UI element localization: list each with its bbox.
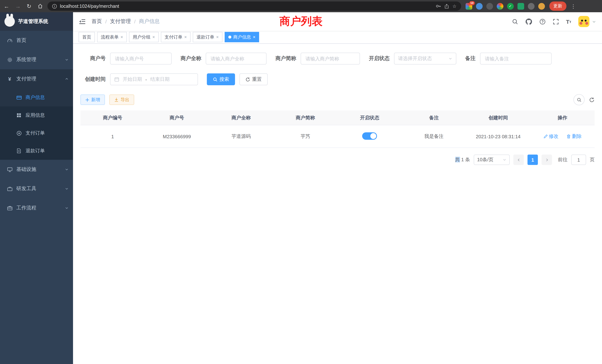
close-icon[interactable]: × bbox=[253, 35, 255, 39]
sidebar-item-label: 系统管理 bbox=[16, 56, 36, 63]
goto-page-input[interactable] bbox=[571, 155, 586, 165]
status-select[interactable]: 请选择开启状态 bbox=[394, 53, 456, 64]
search-button[interactable]: 搜索 bbox=[207, 73, 235, 85]
tab-label: 用户分组 bbox=[133, 34, 150, 40]
extension-icon-4[interactable] bbox=[496, 3, 503, 10]
merchant-no-input[interactable] bbox=[110, 53, 172, 64]
header-search-icon[interactable] bbox=[512, 18, 518, 25]
extension-icon-3[interactable] bbox=[486, 3, 493, 10]
help-docs-icon[interactable] bbox=[539, 18, 546, 25]
page-size-select[interactable]: 10条/页 bbox=[474, 155, 510, 165]
prev-page-button[interactable] bbox=[513, 155, 524, 165]
reset-button[interactable]: 重置 bbox=[239, 73, 268, 85]
toolbox-icon bbox=[6, 186, 13, 192]
card-icon bbox=[16, 95, 22, 100]
tab-home[interactable]: 首页 bbox=[79, 32, 95, 42]
col-short-name: 商户简称 bbox=[273, 110, 337, 125]
home-button[interactable] bbox=[37, 3, 43, 9]
edit-icon bbox=[543, 134, 548, 139]
url-bar[interactable]: localhost:1024/pay/merchant ☆ bbox=[47, 1, 461, 11]
extension-icon-8[interactable] bbox=[538, 3, 545, 10]
next-page-button[interactable] bbox=[542, 155, 552, 165]
sidebar-item-home[interactable]: 首页 bbox=[0, 31, 73, 50]
col-full-name: 商户全称 bbox=[209, 110, 273, 125]
search-toggle-button[interactable] bbox=[573, 94, 585, 105]
remark-input[interactable] bbox=[480, 53, 552, 64]
app-logo[interactable]: 芋道管理系统 bbox=[0, 12, 73, 31]
table-tools bbox=[573, 94, 595, 105]
start-date-placeholder[interactable]: 开始日期 bbox=[123, 76, 142, 83]
chevron-down-icon bbox=[592, 20, 596, 23]
back-button[interactable]: ← bbox=[4, 3, 9, 9]
table-row: 1 M233666999 芋道源码 芋艿 我是备注 2021-10-23 08:… bbox=[80, 125, 595, 148]
sidebar-subitem-refund-order[interactable]: 退款订单 bbox=[0, 142, 73, 160]
end-date-placeholder[interactable]: 结束日期 bbox=[150, 76, 170, 83]
merchant-short-input[interactable] bbox=[301, 53, 360, 64]
pagination-total: 共 1 条 bbox=[455, 156, 470, 163]
tab-label: 退款订单 bbox=[196, 34, 214, 40]
github-icon[interactable] bbox=[525, 18, 532, 25]
cell-full-name: 芋道源码 bbox=[209, 125, 273, 148]
close-icon[interactable]: × bbox=[120, 35, 123, 39]
screen: ← → ↻ localhost:1024/pay/merchant ☆ 10 bbox=[0, 0, 602, 364]
tab-label: 支付订单 bbox=[165, 34, 182, 40]
bookmark-star-icon[interactable]: ☆ bbox=[452, 3, 456, 9]
tab-refund-order[interactable]: 退款订单 × bbox=[193, 32, 222, 42]
close-icon[interactable]: × bbox=[184, 35, 187, 39]
refresh-icon bbox=[245, 77, 250, 82]
table-refresh-button[interactable] bbox=[589, 97, 595, 103]
browser-update-button[interactable]: 更新 bbox=[549, 1, 566, 11]
delete-link[interactable]: 删除 bbox=[566, 133, 582, 140]
sidebar-item-system[interactable]: 系统管理 bbox=[0, 50, 73, 69]
export-button[interactable]: 导出 bbox=[109, 95, 134, 105]
chevron-down-icon bbox=[65, 168, 69, 171]
extension-icon-1[interactable]: 10 bbox=[465, 3, 472, 10]
plus-icon bbox=[85, 98, 89, 102]
tab-process-form[interactable]: 流程表单 × bbox=[97, 32, 127, 42]
site-info-icon[interactable] bbox=[52, 3, 57, 9]
pagination-total-suffix: 条 bbox=[465, 157, 470, 162]
extension-icon-7[interactable] bbox=[528, 3, 534, 10]
breadcrumb-item-payment[interactable]: 支付管理 bbox=[110, 18, 131, 25]
extension-icon-5[interactable]: ✓ bbox=[507, 3, 514, 10]
sidebar-item-workflow[interactable]: 工作流程 bbox=[0, 198, 73, 218]
close-icon[interactable]: × bbox=[216, 35, 219, 39]
reload-button[interactable]: ↻ bbox=[27, 3, 31, 10]
sidebar-subitem-app-info[interactable]: 应用信息 bbox=[0, 106, 73, 124]
sidebar-item-devtools[interactable]: 研发工具 bbox=[0, 179, 73, 198]
sidebar-subitem-label: 商户信息 bbox=[26, 94, 45, 101]
pagination: 共 1 条 10条/页 1 bbox=[80, 155, 595, 165]
extension-badge: 10 bbox=[469, 1, 475, 5]
browser-toolbar: ← → ↻ localhost:1024/pay/merchant ☆ 10 bbox=[0, 0, 602, 12]
fullscreen-icon[interactable] bbox=[553, 18, 559, 25]
sidebar-subitem-merchant-info[interactable]: 商户信息 bbox=[0, 89, 73, 106]
user-menu[interactable] bbox=[578, 16, 596, 27]
sidebar-subitem-payment-order[interactable]: 支付订单 bbox=[0, 124, 73, 142]
status-toggle[interactable] bbox=[362, 132, 377, 139]
close-icon[interactable]: × bbox=[152, 35, 155, 39]
share-icon[interactable] bbox=[444, 3, 450, 9]
extension-icon-2[interactable] bbox=[476, 3, 483, 10]
tab-payment-order[interactable]: 支付订单 × bbox=[161, 32, 191, 42]
add-button[interactable]: 新增 bbox=[80, 95, 105, 105]
sidebar-subitem-label: 退款订单 bbox=[26, 148, 45, 154]
merchant-name-input[interactable] bbox=[206, 53, 267, 64]
document-icon bbox=[16, 148, 22, 153]
target-circle-icon bbox=[16, 130, 22, 136]
browser-menu-icon[interactable]: ⋮ bbox=[571, 3, 576, 9]
breadcrumb-item-home[interactable]: 首页 bbox=[92, 18, 102, 25]
password-key-icon[interactable] bbox=[436, 3, 441, 9]
extension-icon-6[interactable] bbox=[517, 3, 524, 10]
date-range-picker[interactable]: 开始日期 - 结束日期 bbox=[110, 73, 198, 85]
forward-button[interactable]: → bbox=[15, 3, 21, 9]
font-size-icon[interactable]: Tт bbox=[566, 18, 571, 25]
edit-link[interactable]: 修改 bbox=[543, 133, 559, 140]
tab-merchant-info[interactable]: 商户信息 × bbox=[225, 32, 259, 42]
tab-user-group[interactable]: 用户分组 × bbox=[129, 32, 159, 42]
pagination-total-count: 1 bbox=[461, 157, 464, 162]
grid-icon bbox=[16, 113, 22, 118]
page-1-button[interactable]: 1 bbox=[527, 155, 538, 165]
sidebar-item-payment[interactable]: ¥ 支付管理 bbox=[0, 69, 73, 89]
sidebar-toggle-icon[interactable] bbox=[79, 19, 86, 24]
sidebar-item-infrastructure[interactable]: 基础设施 bbox=[0, 160, 73, 179]
